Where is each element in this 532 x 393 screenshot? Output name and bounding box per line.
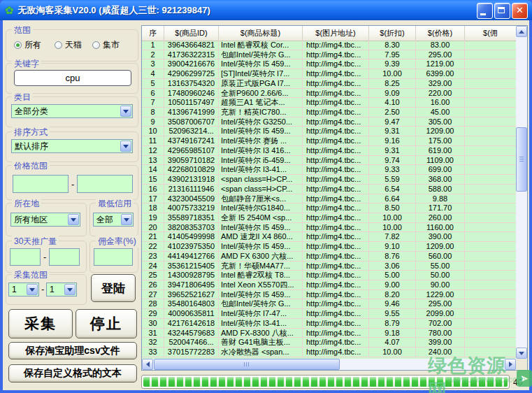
table-row[interactable]: 710501157497超频三A1 笔记本...http://img4.tbc.… bbox=[142, 98, 516, 108]
price-max-input[interactable] bbox=[77, 175, 133, 193]
scroll-left-button[interactable] bbox=[142, 359, 153, 370]
table-row[interactable]: 3337015772283水冷散热器 <span...http://img4.t… bbox=[142, 348, 516, 357]
table-cell: http://img4.tbc... bbox=[303, 232, 369, 241]
table-cell: 619.00 bbox=[416, 146, 465, 155]
vertical-scrollbar[interactable] bbox=[516, 26, 527, 359]
table-row[interactable]: 2141405499998AMD 速龙II X4 860...http://im… bbox=[142, 232, 516, 242]
table-row[interactable]: 10520963214...Intel/英特尔 I5 459...http://… bbox=[142, 127, 516, 136]
min-credit-dropdown[interactable]: 全部 bbox=[93, 213, 134, 227]
table-row[interactable]: 935087006707Intel/英特尔 G3250...http://img… bbox=[142, 117, 516, 127]
table-row[interactable]: 1339059710182Intel/英特尔 i5-459...http://i… bbox=[142, 156, 516, 166]
table-cell: 8.30 bbox=[369, 41, 416, 50]
collect-to-dropdown[interactable]: 1 bbox=[46, 283, 77, 296]
table-row[interactable]: 2940090635811Intel/英特尔 I7-47...http://im… bbox=[142, 309, 516, 319]
table-row[interactable]: 2344149412766AMD FX 6300 六核...http://img… bbox=[142, 252, 516, 262]
horizontal-scrollbar[interactable] bbox=[142, 359, 516, 370]
save-csv-button[interactable]: 保存淘宝助理csv文件 bbox=[8, 342, 137, 359]
table-cell: http://img4.tbc... bbox=[303, 223, 369, 232]
table-row[interactable]: 32520047466...善财 G41电脑主板...http://img4.t… bbox=[142, 338, 516, 348]
chevron-down-icon[interactable] bbox=[121, 214, 132, 225]
column-header[interactable]: $(佣 bbox=[465, 26, 516, 41]
chevron-down-icon[interactable] bbox=[68, 214, 79, 225]
table-row[interactable]: 1743230045509包邮静音7厘米<s...http://img4.tbc… bbox=[142, 194, 516, 204]
promo-min-input[interactable] bbox=[10, 248, 41, 266]
scroll-right-button[interactable] bbox=[505, 359, 516, 370]
table-cell: 10.00 bbox=[369, 69, 416, 78]
table-row[interactable]: 1840075733219Intel/英特尔G1840...http://img… bbox=[142, 203, 516, 213]
category-dropdown[interactable]: 全部分类 bbox=[11, 104, 133, 118]
column-header[interactable]: $(商品ID) bbox=[164, 26, 219, 41]
table-cell: 39471806495 bbox=[164, 280, 219, 290]
table-row[interactable]: 2435361215405充新！华硕M4A77...http://img4.tb… bbox=[142, 262, 516, 271]
table-row[interactable]: 2514300928795Intel 酷睿2双核 T8...http://img… bbox=[142, 271, 516, 280]
commission-input[interactable] bbox=[94, 248, 133, 266]
table-cell: 1219.00 bbox=[416, 59, 465, 69]
scroll-up-button[interactable] bbox=[516, 26, 527, 37]
table-row[interactable]: 2241023975350Intel/英特尔 I5 459...http://i… bbox=[142, 242, 516, 252]
table-row[interactable]: 617480960246全新P9600 2.66/6...http://img4… bbox=[142, 89, 516, 99]
table-row[interactable]: 2038208353703Intel/英特尔 I5 459...http://i… bbox=[142, 223, 516, 233]
table-row[interactable]: 2835480164803包邮Intel/英特尔 G...http://img4… bbox=[142, 299, 516, 309]
table-row[interactable]: 1935589718351全新 I5 2540M <sp...http://im… bbox=[142, 213, 516, 223]
table-cell: 32 bbox=[142, 338, 164, 347]
login-button[interactable]: 登陆 bbox=[91, 274, 136, 302]
table-cell: 171.70 bbox=[416, 203, 465, 213]
table-cell bbox=[465, 89, 516, 98]
table-row[interactable]: 1143749167241Intel/英特尔 赛扬 ...http://img4… bbox=[142, 136, 516, 146]
maximize-button[interactable] bbox=[494, 3, 510, 19]
scroll-down-button[interactable] bbox=[516, 348, 527, 359]
table-cell: 15 bbox=[142, 175, 164, 184]
table-cell: 6 bbox=[142, 89, 164, 98]
table-row[interactable]: 1442268010829Intel/英特尔 I3-41...http://im… bbox=[142, 165, 516, 175]
table-cell bbox=[465, 329, 516, 338]
table-row[interactable]: 339004216676Intel/英特尔 I5 459...http://im… bbox=[142, 59, 516, 69]
vertical-scroll-thumb[interactable] bbox=[516, 127, 527, 192]
sort-dropdown[interactable]: 默认排序 bbox=[11, 139, 133, 153]
save-custom-button[interactable]: 保存自定义格式的文本 bbox=[8, 364, 137, 383]
collect-from-dropdown[interactable]: 1 bbox=[8, 283, 39, 296]
table-row[interactable]: 1242965985107Intel/英特尔 I3 416...http://i… bbox=[142, 146, 516, 156]
stop-button[interactable]: 停止 bbox=[76, 309, 137, 338]
chevron-down-icon[interactable] bbox=[120, 141, 131, 152]
table-cell bbox=[465, 117, 516, 127]
collect-button[interactable]: 采集 bbox=[8, 309, 73, 338]
minimize-button[interactable] bbox=[477, 3, 493, 19]
radio-tmall[interactable]: 天猫 bbox=[55, 39, 82, 51]
promo-max-input[interactable] bbox=[49, 248, 80, 266]
chevron-down-icon[interactable] bbox=[120, 106, 131, 117]
table-row[interactable]: 841396741999充新！精英IC780...http://img4.tbc… bbox=[142, 108, 516, 117]
chevron-down-icon[interactable] bbox=[64, 284, 76, 295]
table-row[interactable]: 3042176142618Intel/英特尔 I3-41...http://im… bbox=[142, 319, 516, 329]
table-row[interactable]: 1543902131918<span class=H>CP...http://i… bbox=[142, 175, 516, 185]
table-cell: 240.00 bbox=[416, 348, 465, 357]
keyword-input[interactable] bbox=[14, 70, 131, 86]
table-row[interactable]: 241736322315包邮Intel/英特尔 G...http://img4.… bbox=[142, 50, 516, 60]
radio-market[interactable]: 集市 bbox=[92, 39, 120, 51]
column-header[interactable]: 序 bbox=[142, 26, 164, 41]
table-row[interactable]: 442906299725[ST]Intel/英特尔 I7...http://im… bbox=[142, 69, 516, 79]
table-row[interactable]: 2639471806495Intel Xeon X5570四...http://… bbox=[142, 280, 516, 290]
table-cell bbox=[465, 136, 516, 145]
column-header[interactable]: $(价格) bbox=[416, 26, 465, 41]
table-row[interactable]: 1621316111946<span class=H>CP...http://i… bbox=[142, 185, 516, 194]
table-cell: 9.39 bbox=[369, 59, 416, 69]
table-cell bbox=[465, 59, 516, 69]
column-header[interactable]: $(商品标题) bbox=[219, 26, 303, 41]
column-header[interactable]: $(图片地址) bbox=[303, 26, 369, 41]
column-header[interactable]: $(折扣) bbox=[369, 26, 416, 41]
close-button[interactable]: ✕ bbox=[512, 3, 528, 19]
price-min-input[interactable] bbox=[13, 175, 69, 193]
titlebar: ✿ 无敌淘客采集V20.0 (咸蛋超人三世: 921239847) ✕ bbox=[0, 0, 532, 20]
table-row[interactable]: 2739652521627Intel/英特尔 I5 459...http://i… bbox=[142, 290, 516, 300]
horizontal-scroll-thumb[interactable] bbox=[154, 359, 340, 370]
table-cell: 520963214... bbox=[164, 127, 219, 136]
table-cell: 37015772283 bbox=[164, 348, 219, 357]
table-row[interactable]: 513163754320原装正式版PGA I7...http://img4.tb… bbox=[142, 79, 516, 89]
chevron-down-icon[interactable] bbox=[27, 284, 38, 295]
table-cell: http://img4.tbc... bbox=[303, 50, 369, 59]
table-row[interactable]: 139643664821Intel 酷睿双核 Cor...http://img4… bbox=[142, 41, 516, 50]
location-dropdown[interactable]: 所有地区 bbox=[10, 213, 80, 227]
radio-all[interactable]: 所有 bbox=[14, 39, 41, 51]
collect-to-value: 1 bbox=[50, 285, 55, 294]
table-row[interactable]: 3143244579683AMD FX-8300 八核...http://img… bbox=[142, 329, 516, 338]
